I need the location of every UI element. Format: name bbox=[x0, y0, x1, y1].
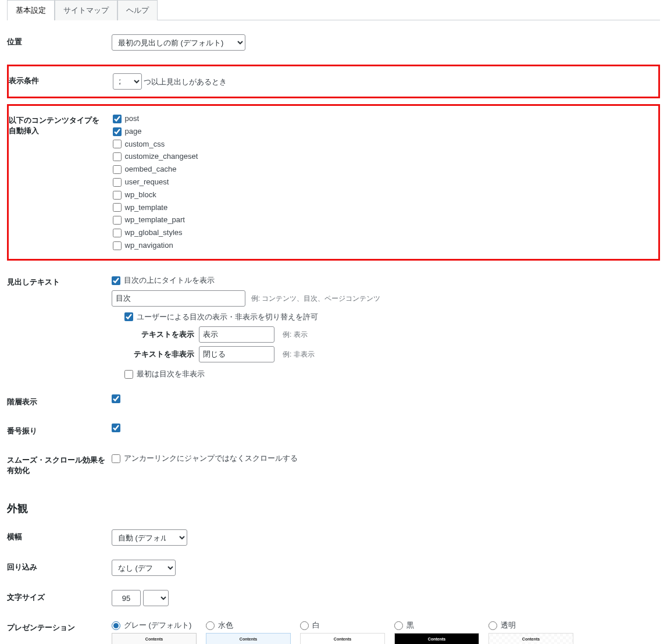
presentation-radio[interactable] bbox=[206, 621, 215, 630]
presentation-radio[interactable] bbox=[488, 621, 497, 630]
input-toc-title[interactable] bbox=[112, 290, 245, 307]
auto-insert-checkbox[interactable] bbox=[113, 152, 122, 161]
tab-basic[interactable]: 基本設定 bbox=[7, 0, 55, 20]
auto-insert-label: wp_global_styles bbox=[125, 227, 183, 239]
smooth-scroll-option: アンカーリンクにジャンプではなくスクロールする bbox=[124, 453, 298, 465]
auto-insert-checkbox[interactable] bbox=[113, 115, 122, 123]
auto-insert-checkbox[interactable] bbox=[113, 241, 122, 250]
auto-insert-item[interactable]: customize_changeset bbox=[113, 151, 653, 163]
checkbox-show-title[interactable] bbox=[112, 276, 120, 285]
presentation-label: グレー (デフォルト) bbox=[124, 620, 191, 631]
tab-sitemap[interactable]: サイトマップ bbox=[55, 0, 117, 20]
select-position[interactable]: 最初の見出しの前 (デフォルト) bbox=[112, 34, 245, 51]
select-show-when-count[interactable]: 2 bbox=[113, 73, 142, 90]
checkbox-initial-hide[interactable] bbox=[124, 370, 133, 379]
auto-insert-item[interactable]: user_request bbox=[113, 176, 653, 188]
auto-insert-checkbox[interactable] bbox=[113, 127, 122, 136]
tab-help[interactable]: ヘルプ bbox=[117, 0, 158, 20]
auto-insert-label: wp_template_part bbox=[125, 214, 185, 226]
auto-insert-item[interactable]: custom_css bbox=[113, 138, 653, 151]
presentation-option: 透明Contents1 Government 2.0: it's not jus… bbox=[488, 620, 573, 644]
auto-insert-label: post bbox=[125, 113, 140, 125]
checkbox-hierarchy[interactable] bbox=[112, 394, 120, 403]
label-auto-insert: 以下のコンテンツタイプを自動挿入 bbox=[8, 105, 113, 260]
presentation-label: 透明 bbox=[501, 620, 516, 631]
auto-insert-item[interactable]: page bbox=[113, 126, 653, 138]
presentation-radio-row[interactable]: 黒 bbox=[394, 620, 479, 631]
heading-appearance: 外観 bbox=[7, 501, 660, 515]
auto-insert-item[interactable]: wp_block bbox=[113, 189, 653, 201]
presentation-radio-row[interactable]: 透明 bbox=[488, 620, 573, 631]
presentation-radio-row[interactable]: 白 bbox=[300, 620, 385, 631]
presentation-label: 水色 bbox=[218, 620, 233, 631]
auto-insert-checkbox[interactable] bbox=[113, 203, 122, 212]
auto-insert-label: customize_changeset bbox=[125, 151, 198, 163]
input-font-size[interactable] bbox=[112, 590, 141, 606]
label-numbering: 番号振り bbox=[7, 417, 112, 446]
checkbox-smooth-scroll[interactable] bbox=[112, 454, 120, 463]
checkbox-allow-toggle[interactable] bbox=[124, 312, 133, 321]
auto-insert-label: page bbox=[125, 126, 142, 138]
initial-hide-label: 最初は目次を非表示 bbox=[137, 368, 205, 380]
checkbox-numbering[interactable] bbox=[112, 424, 120, 432]
label-width: 横幅 bbox=[7, 522, 112, 553]
auto-insert-label: custom_css bbox=[125, 138, 165, 151]
hint-toc-title: 例: コンテンツ、目次、ページコンテンツ bbox=[251, 294, 381, 303]
label-hide-text: テキストを非表示 bbox=[124, 349, 194, 360]
presentation-label: 白 bbox=[312, 620, 320, 631]
hint-show-text: 例: 表示 bbox=[283, 330, 308, 340]
presentation-option: グレー (デフォルト)Contents1 Government 2.0: it'… bbox=[112, 620, 197, 644]
label-wrap: 回り込み bbox=[7, 553, 112, 583]
label-position: 位置 bbox=[7, 27, 112, 58]
label-show-when: 表示条件 bbox=[8, 66, 113, 98]
auto-insert-checkbox[interactable] bbox=[113, 165, 122, 174]
auto-insert-item[interactable]: wp_navigation bbox=[113, 240, 653, 252]
presentation-radio-row[interactable]: グレー (デフォルト) bbox=[112, 620, 197, 631]
presentation-radio[interactable] bbox=[394, 621, 403, 630]
label-smooth-scroll: スムーズ・スクロール効果を有効化 bbox=[7, 446, 112, 485]
presentation-preview: Contents1 Government 2.0: it's not just … bbox=[488, 633, 573, 644]
allow-toggle-label: ユーザーによる目次の表示・非表示を切り替えを許可 bbox=[137, 311, 318, 323]
presentation-preview: Contents1 Government 2.0: it's not just … bbox=[206, 633, 291, 644]
select-font-unit[interactable]: % bbox=[143, 590, 169, 606]
label-presentation: プレゼンテーション bbox=[7, 613, 112, 644]
auto-insert-label: wp_template bbox=[125, 202, 168, 214]
input-show-text[interactable] bbox=[199, 326, 274, 343]
auto-insert-item[interactable]: oembed_cache bbox=[113, 163, 653, 176]
presentation-options: グレー (デフォルト)Contents1 Government 2.0: it'… bbox=[112, 620, 654, 644]
label-hierarchy: 階層表示 bbox=[7, 387, 112, 417]
settings-tabs: 基本設定 サイトマップ ヘルプ bbox=[7, 0, 660, 20]
auto-insert-item[interactable]: post bbox=[113, 113, 653, 125]
presentation-label: 黒 bbox=[406, 620, 414, 631]
auto-insert-label: wp_navigation bbox=[125, 240, 173, 252]
select-width[interactable]: 自動 (デフォルト) bbox=[112, 529, 187, 546]
presentation-option: 白Contents1 Government 2.0: it's not just… bbox=[300, 620, 385, 644]
auto-insert-item[interactable]: wp_template_part bbox=[113, 214, 653, 226]
presentation-radio-row[interactable]: 水色 bbox=[206, 620, 291, 631]
auto-insert-label: oembed_cache bbox=[125, 163, 177, 176]
input-hide-text[interactable] bbox=[199, 346, 274, 362]
auto-insert-item[interactable]: wp_template bbox=[113, 202, 653, 214]
auto-insert-checkbox[interactable] bbox=[113, 178, 122, 187]
auto-insert-label: wp_block bbox=[125, 189, 156, 201]
auto-insert-checkbox[interactable] bbox=[113, 229, 122, 237]
hint-hide-text: 例: 非表示 bbox=[283, 350, 315, 360]
presentation-preview: Contents1 Government 2.0: it's not just … bbox=[300, 633, 385, 644]
show-title-label: 目次の上にタイトルを表示 bbox=[124, 275, 215, 287]
label-heading-text: 見出しテキスト bbox=[7, 268, 112, 387]
auto-insert-checkbox[interactable] bbox=[113, 216, 122, 225]
presentation-radio[interactable] bbox=[300, 621, 309, 630]
show-when-suffix: つ以上見出しがあるとき bbox=[144, 77, 227, 86]
auto-insert-list: postpagecustom_csscustomize_changesetoem… bbox=[113, 113, 653, 252]
label-font-size: 文字サイズ bbox=[7, 583, 112, 613]
presentation-option: 水色Contents1 Government 2.0: it's not jus… bbox=[206, 620, 291, 644]
presentation-radio[interactable] bbox=[112, 621, 120, 630]
select-wrap[interactable]: なし (デフォルト) bbox=[112, 560, 176, 576]
presentation-option: 黒Contents1 Government 2.0: it's not just… bbox=[394, 620, 479, 644]
label-show-text: テキストを表示 bbox=[124, 329, 194, 340]
auto-insert-label: user_request bbox=[125, 176, 169, 188]
auto-insert-checkbox[interactable] bbox=[113, 140, 122, 148]
auto-insert-checkbox[interactable] bbox=[113, 191, 122, 200]
auto-insert-item[interactable]: wp_global_styles bbox=[113, 227, 653, 239]
presentation-preview: Contents1 Government 2.0: it's not just … bbox=[394, 633, 479, 644]
